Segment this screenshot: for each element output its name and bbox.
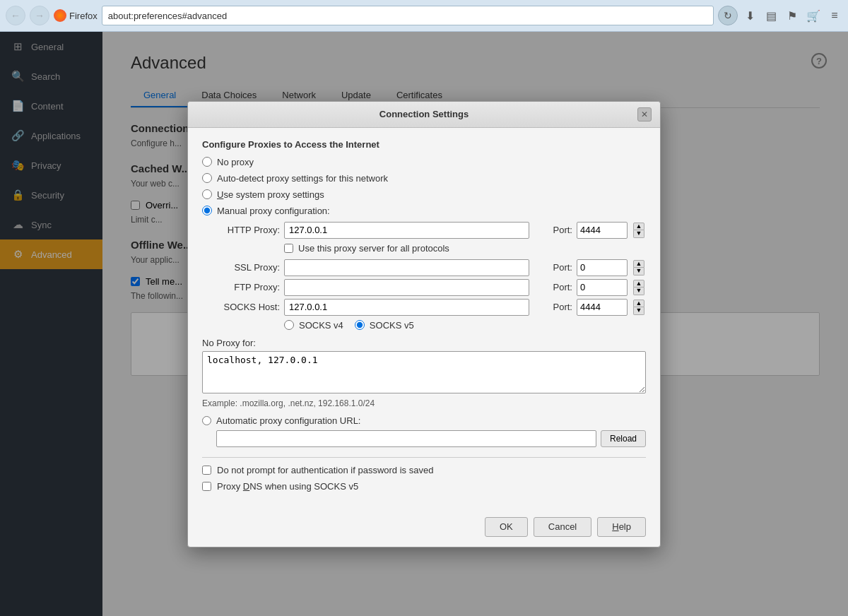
manual-proxy-radio-row: Manual proxy configuration: <box>202 206 646 216</box>
firefox-logo: Firefox <box>54 9 98 22</box>
http-port-up[interactable]: ▲ <box>633 223 644 230</box>
ok-button[interactable]: OK <box>485 517 528 537</box>
manual-proxy-label: Manual proxy configuration: <box>217 206 330 216</box>
auto-proxy-input-row: Reload <box>216 430 646 447</box>
reload-button[interactable]: Reload <box>601 430 646 447</box>
auto-proxy-label: Automatic proxy configuration URL: <box>216 415 360 426</box>
cancel-button[interactable]: Cancel <box>534 517 591 537</box>
menu-icon[interactable]: ≡ <box>827 8 842 23</box>
system-proxy-radio[interactable] <box>202 189 212 199</box>
auto-proxy-url-input[interactable] <box>216 430 596 447</box>
no-auth-row: Do not prompt for authentication if pass… <box>202 465 646 475</box>
no-proxy-label: No proxy <box>217 157 254 167</box>
proxy-dns-label: Proxy DNS when using SOCKS v5 <box>217 481 358 492</box>
ssl-port-input[interactable] <box>577 259 628 276</box>
http-proxy-label: HTTP Proxy: <box>202 225 280 235</box>
no-auth-checkbox[interactable] <box>202 466 211 475</box>
ftp-proxy-input[interactable] <box>284 279 529 296</box>
use-for-all-row: Use this proxy server for all protocols <box>284 243 646 254</box>
ssl-port-spinner[interactable]: ▲ ▼ <box>633 260 644 276</box>
socks-port-input[interactable] <box>577 299 628 316</box>
ssl-port-down[interactable]: ▼ <box>633 268 644 276</box>
socks-v4-row: SOCKS v4 <box>284 320 343 331</box>
socks-version-row: SOCKS v4 SOCKS v5 <box>284 320 646 331</box>
dialog-titlebar: Connection Settings ✕ <box>188 102 660 128</box>
socks-v5-row: SOCKS v5 <box>355 320 414 331</box>
ftp-port-down[interactable]: ▼ <box>633 288 644 295</box>
http-port-spinner[interactable]: ▲ ▼ <box>633 223 644 238</box>
socks-v5-radio[interactable] <box>355 320 365 330</box>
no-auth-label: Do not prompt for authentication if pass… <box>217 465 433 475</box>
http-port-label: Port: <box>534 225 572 235</box>
ftp-proxy-label: FTP Proxy: <box>202 282 280 292</box>
cart-icon[interactable]: 🛒 <box>806 8 821 23</box>
proxy-section-title: Configure Proxies to Access the Internet <box>202 139 646 150</box>
auto-proxy-row: Automatic proxy configuration URL: <box>202 415 646 426</box>
socks-host-label: SOCKS Host: <box>202 302 280 312</box>
bottom-checkboxes: Do not prompt for authentication if pass… <box>202 465 646 492</box>
socks-port-down[interactable]: ▼ <box>633 307 644 315</box>
toolbar-icons: ⬇ ▤ ⚑ 🛒 ≡ <box>742 8 842 23</box>
socks-port-spinner[interactable]: ▲ ▼ <box>633 300 644 315</box>
http-port-down[interactable]: ▼ <box>633 230 644 238</box>
dialog-buttons: OK Cancel Help <box>188 510 660 547</box>
help-button[interactable]: Help <box>597 517 646 537</box>
example-text: Example: .mozilla.org, .net.nz, 192.168.… <box>202 398 646 408</box>
download-icon[interactable]: ⬇ <box>742 8 758 23</box>
dialog-overlay: Connection Settings ✕ Configure Proxies … <box>0 32 848 616</box>
dialog-body: Configure Proxies to Access the Internet… <box>188 128 660 510</box>
ftp-port-up[interactable]: ▲ <box>633 280 644 288</box>
system-proxy-label: Use system proxy settings <box>217 189 324 200</box>
auto-proxy-radio[interactable] <box>202 416 211 425</box>
pocket-icon[interactable]: ⚑ <box>784 8 800 23</box>
dialog-title: Connection Settings <box>211 109 637 119</box>
manual-proxy-radio[interactable] <box>202 206 212 215</box>
ssl-port-up[interactable]: ▲ <box>633 260 644 268</box>
reload-button[interactable]: ↻ <box>718 6 738 25</box>
socks-port-label: Port: <box>534 302 572 312</box>
ftp-port-label: Port: <box>534 282 572 292</box>
socks-v4-radio[interactable] <box>284 320 294 330</box>
ssl-proxy-label: SSL Proxy: <box>202 262 280 273</box>
no-proxy-radio[interactable] <box>202 157 212 167</box>
back-button[interactable]: ← <box>6 6 25 25</box>
divider <box>202 457 646 458</box>
dialog-close-button[interactable]: ✕ <box>637 107 652 122</box>
socks-host-input[interactable] <box>284 299 529 316</box>
socks-v4-label: SOCKS v4 <box>299 320 343 331</box>
proxy-dns-checkbox[interactable] <box>202 482 211 491</box>
socks-port-up[interactable]: ▲ <box>633 300 644 307</box>
ftp-port-spinner[interactable]: ▲ ▼ <box>633 280 644 295</box>
ssl-proxy-input[interactable] <box>284 259 529 276</box>
no-proxy-for-label: No Proxy for: <box>202 338 646 348</box>
auto-detect-label: Auto-detect proxy settings for this netw… <box>217 173 388 184</box>
auto-detect-radio[interactable] <box>202 173 212 183</box>
system-proxy-radio-row: Use system proxy settings <box>202 189 646 200</box>
http-proxy-input[interactable] <box>284 222 529 239</box>
browser-chrome: ← → Firefox ↻ ⬇ ▤ ⚑ 🛒 ≡ <box>0 0 848 32</box>
no-proxy-textarea[interactable]: localhost, 127.0.0.1 <box>202 351 646 393</box>
url-bar[interactable] <box>102 6 714 25</box>
use-for-all-checkbox[interactable] <box>284 244 293 253</box>
ssl-port-label: Port: <box>534 262 572 273</box>
auto-detect-radio-row: Auto-detect proxy settings for this netw… <box>202 173 646 184</box>
no-proxy-radio-row: No proxy <box>202 157 646 167</box>
firefox-label: Firefox <box>69 11 98 21</box>
http-port-input[interactable] <box>577 222 628 239</box>
forward-button[interactable]: → <box>30 6 49 25</box>
proxy-dns-row: Proxy DNS when using SOCKS v5 <box>202 481 646 492</box>
socks-v5-label: SOCKS v5 <box>370 320 414 331</box>
ftp-port-input[interactable] <box>577 279 628 296</box>
use-for-all-label: Use this proxy server for all protocols <box>298 243 449 254</box>
firefox-logo-icon <box>54 9 66 22</box>
connection-settings-dialog: Connection Settings ✕ Configure Proxies … <box>187 101 661 547</box>
sidebar-icon[interactable]: ▤ <box>763 8 779 23</box>
